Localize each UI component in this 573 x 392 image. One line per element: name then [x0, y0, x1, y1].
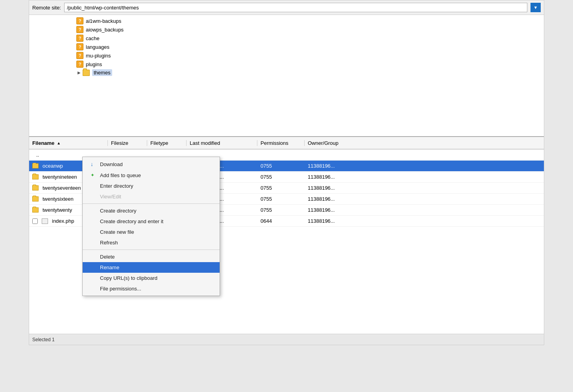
- context-menu-item-label: Download: [100, 161, 123, 167]
- file-row-perms: 0755: [257, 196, 305, 202]
- context-menu-download[interactable]: Download: [83, 159, 220, 170]
- folder-icon: [83, 70, 90, 76]
- context-menu-enter-directory[interactable]: Enter directory: [83, 181, 220, 191]
- context-menu-refresh[interactable]: Refresh: [83, 237, 220, 248]
- context-menu-item-label: Create directory: [100, 208, 136, 214]
- question-icon: ?: [76, 61, 83, 68]
- file-list-header: Filename ▲ Filesize Filetype Last modifi…: [29, 137, 544, 150]
- question-icon: ?: [76, 52, 83, 59]
- context-menu-create-new-file[interactable]: Create new file: [83, 227, 220, 237]
- question-icon: ?: [76, 26, 83, 33]
- tree-item-aiowps[interactable]: ? aiowps_backups: [29, 25, 544, 34]
- status-bar: Selected 1: [29, 334, 544, 345]
- question-icon: ?: [76, 35, 83, 42]
- tree-item-muplugins[interactable]: ? mu-plugins: [29, 51, 544, 60]
- col-header-permissions[interactable]: Permissions: [257, 140, 305, 146]
- context-menu-item-label: File permissions...: [100, 286, 141, 292]
- file-row-name: twentynineteen: [43, 174, 77, 180]
- context-menu-add-queue[interactable]: Add files to queue: [83, 170, 220, 181]
- file-row-owner: 11388196...: [305, 196, 375, 202]
- col-header-lastmod[interactable]: Last modified: [187, 140, 257, 146]
- col-header-filename[interactable]: Filename ▲: [29, 140, 108, 146]
- file-row-name: ..: [36, 152, 39, 158]
- file-row-name: twentyseventeen: [43, 185, 81, 191]
- tree-item-plugins[interactable]: ? plugins: [29, 60, 544, 68]
- context-menu-rename[interactable]: Rename: [83, 262, 220, 273]
- file-row-name: twentytwenty: [43, 207, 72, 213]
- main-container: Remote site: ? ai1wm-backups ? aiowps_ba…: [29, 0, 544, 345]
- context-menu-delete[interactable]: Delete: [83, 251, 220, 262]
- context-menu-item-label: Copy URL(s) to clipboard: [100, 275, 157, 281]
- download-icon: [91, 161, 97, 167]
- context-menu-item-label: Create directory and enter it: [100, 218, 163, 224]
- context-menu-file-permissions[interactable]: File permissions...: [83, 283, 220, 294]
- context-menu-create-directory-enter[interactable]: Create directory and enter it: [83, 216, 220, 227]
- file-row-name: twentysixteen: [43, 196, 74, 202]
- remote-site-bar: Remote site:: [29, 0, 544, 15]
- file-row-owner: 11388196...: [305, 207, 375, 213]
- file-row-owner: 11388196...: [305, 174, 375, 180]
- folder-icon: [32, 196, 39, 202]
- question-icon: ?: [76, 17, 83, 24]
- folder-icon: [32, 185, 39, 190]
- file-row-owner: 11388196...: [305, 163, 375, 169]
- col-header-owner[interactable]: Owner/Group: [305, 140, 375, 146]
- file-row-perms: 0755: [257, 207, 305, 213]
- file-checkbox[interactable]: [32, 218, 38, 224]
- file-list-container: Filename ▲ Filesize Filetype Last modifi…: [29, 137, 544, 334]
- tree-panel: ? ai1wm-backups ? aiowps_backups ? cache…: [29, 15, 544, 137]
- tree-item-themes[interactable]: ▶ themes: [29, 68, 544, 77]
- folder-icon: [32, 174, 39, 179]
- context-menu-view-edit: View/Edit: [83, 191, 220, 202]
- tree-item-label: languages: [86, 44, 109, 50]
- folder-icon: [32, 207, 39, 213]
- tree-item-cache[interactable]: ? cache: [29, 34, 544, 43]
- context-menu-separator-2: [83, 250, 220, 250]
- context-menu-item-label: Delete: [100, 254, 115, 260]
- file-row-perms: 0755: [257, 163, 305, 169]
- col-header-filetype[interactable]: Filetype: [147, 140, 187, 146]
- tree-item-label: cache: [86, 35, 100, 41]
- tree-item-label: ai1wm-backups: [86, 18, 121, 24]
- tree-item-label: themes: [92, 69, 112, 76]
- tree-item-label: plugins: [86, 61, 102, 67]
- folder-icon: [32, 163, 39, 168]
- context-menu-create-directory[interactable]: Create directory: [83, 205, 220, 216]
- file-row-perms: 0755: [257, 185, 305, 191]
- col-header-filesize[interactable]: Filesize: [108, 140, 147, 146]
- tree-item-languages[interactable]: ? languages: [29, 43, 544, 51]
- file-row-perms: 0644: [257, 218, 305, 224]
- remote-site-input[interactable]: [64, 3, 527, 12]
- file-row-perms: 0755: [257, 174, 305, 180]
- sort-arrow-icon: ▲: [57, 141, 61, 145]
- tree-item-label: aiowps_backups: [86, 27, 124, 33]
- expand-icon[interactable]: ▶: [76, 70, 82, 76]
- remote-site-dropdown-button[interactable]: [530, 3, 541, 12]
- context-menu: Download Add files to queue Enter direct…: [82, 157, 220, 296]
- tree-item-ai1wm[interactable]: ? ai1wm-backups: [29, 17, 544, 25]
- context-menu-item-label: View/Edit: [100, 194, 121, 200]
- context-menu-item-label: Refresh: [100, 240, 118, 246]
- file-row-name: oceanwp: [43, 163, 63, 169]
- context-menu-separator-1: [83, 203, 220, 204]
- context-menu-item-label: Rename: [100, 264, 119, 270]
- file-row-owner: 11388196...: [305, 218, 375, 224]
- question-icon: ?: [76, 43, 83, 50]
- remote-site-label: Remote site:: [32, 5, 61, 11]
- context-menu-item-label: Create new file: [100, 229, 134, 235]
- tree-item-label: mu-plugins: [86, 53, 111, 59]
- file-icon: [42, 218, 48, 224]
- status-text: Selected 1: [32, 337, 55, 342]
- context-menu-copy-url[interactable]: Copy URL(s) to clipboard: [83, 273, 220, 283]
- file-row-name: index.php: [52, 218, 74, 224]
- addqueue-icon: [91, 172, 97, 178]
- file-row-owner: 11388196...: [305, 185, 375, 191]
- context-menu-item-label: Enter directory: [100, 183, 133, 189]
- context-menu-item-label: Add files to queue: [100, 172, 141, 178]
